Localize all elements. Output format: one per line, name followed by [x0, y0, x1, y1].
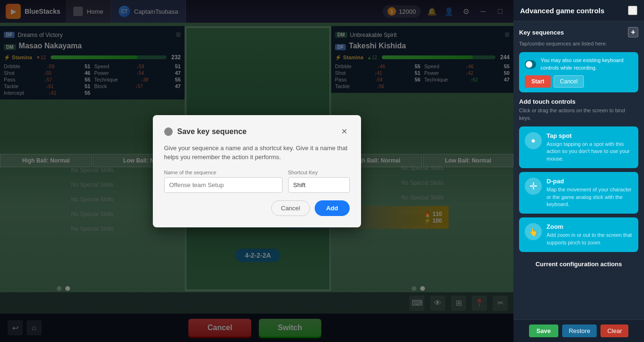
name-field-container: Name of the sequence: [164, 170, 282, 193]
shortcut-key-input[interactable]: [288, 177, 350, 193]
keyboard-toggle[interactable]: [525, 60, 536, 69]
modal-cancel-button[interactable]: Cancel: [271, 200, 310, 216]
key-sequences-desc: Tap/combo sequences are listed here.: [519, 40, 638, 47]
toggle-knob: [526, 61, 532, 68]
game-area: ▶ BlueStacks Home CT CaptainTsubasa $ 12…: [0, 0, 513, 342]
dpad-info: D-pad Map the movement of your character…: [547, 178, 633, 208]
right-panel-body: Key sequences + Tap/combo sequences are …: [513, 21, 644, 319]
right-panel-header: Advanced game controls ✕: [513, 0, 644, 21]
modal-title: Save key sequence: [177, 127, 335, 136]
tap-spot-card[interactable]: ● Tap spot Assign tapping on a spot with…: [519, 126, 638, 168]
key-sequences-section: Key sequences +: [519, 27, 638, 37]
dpad-card[interactable]: ✛ D-pad Map the movement of your charact…: [519, 172, 638, 214]
modal-add-button[interactable]: Add: [315, 200, 349, 216]
record-buttons: Start Cancel: [525, 75, 633, 88]
zoom-card[interactable]: 👆 Zoom Add zoom in or out to the screen …: [519, 217, 638, 252]
shortcut-field-container: Shortcut Key: [288, 170, 350, 193]
dpad-desc: Map the movement of your character or th…: [547, 186, 633, 208]
add-touch-title: Add touch controls: [519, 98, 638, 105]
modal-fields: Name of the sequence Shortcut Key: [164, 170, 350, 193]
modal-actions: Cancel Add: [164, 200, 350, 216]
tap-spot-icon: ●: [525, 132, 542, 149]
tap-spot-desc: Assign tapping on a spot with this actio…: [547, 141, 633, 162]
add-touch-desc: Click or drag the actions on the screen …: [519, 107, 638, 122]
save-button[interactable]: Save: [529, 324, 558, 337]
key-sequences-title: Key sequences: [519, 29, 564, 36]
start-record-button[interactable]: Start: [525, 75, 551, 88]
cancel-record-button[interactable]: Cancel: [554, 75, 583, 88]
restore-button[interactable]: Restore: [562, 324, 597, 337]
clear-button[interactable]: Clear: [600, 324, 628, 337]
name-field-label: Name of the sequence: [164, 170, 282, 175]
zoom-info: Zoom Add zoom in or out to the screen th…: [547, 223, 633, 246]
zoom-title: Zoom: [547, 223, 633, 230]
modal-description: Give your sequence a name and a shortcut…: [164, 144, 350, 162]
right-panel-close-button[interactable]: ✕: [628, 6, 637, 15]
save-key-sequence-modal: Save key sequence ✕ Give your sequence a…: [153, 115, 361, 227]
right-panel-title: Advanced game controls: [520, 7, 604, 15]
modal-close-button[interactable]: ✕: [339, 126, 350, 137]
zoom-icon: 👆: [525, 223, 542, 240]
modal-overlay: Save key sequence ✕ Give your sequence a…: [0, 0, 513, 342]
dpad-title: D-pad: [547, 178, 633, 185]
current-config-title: Current configuration actions: [519, 256, 638, 270]
right-panel: Advanced game controls ✕ Key sequences +…: [513, 0, 644, 342]
sequence-name-input[interactable]: [164, 177, 282, 193]
toggle-text: You may also use existing keyboard contr…: [541, 57, 633, 72]
add-sequence-button[interactable]: +: [628, 27, 638, 37]
modal-header: Save key sequence ✕: [164, 126, 350, 137]
zoom-desc: Add zoom in or out to the screen that su…: [547, 232, 633, 246]
modal-icon: [164, 127, 173, 136]
dpad-icon: ✛: [525, 178, 542, 195]
toggle-card: You may also use existing keyboard contr…: [519, 52, 638, 92]
shortcut-field-label: Shortcut Key: [288, 170, 350, 175]
tap-spot-info: Tap spot Assign tapping on a spot with t…: [547, 132, 633, 162]
tap-spot-title: Tap spot: [547, 132, 633, 139]
bottom-action-bar: Save Restore Clear: [513, 319, 644, 342]
toggle-row: You may also use existing keyboard contr…: [525, 57, 633, 72]
